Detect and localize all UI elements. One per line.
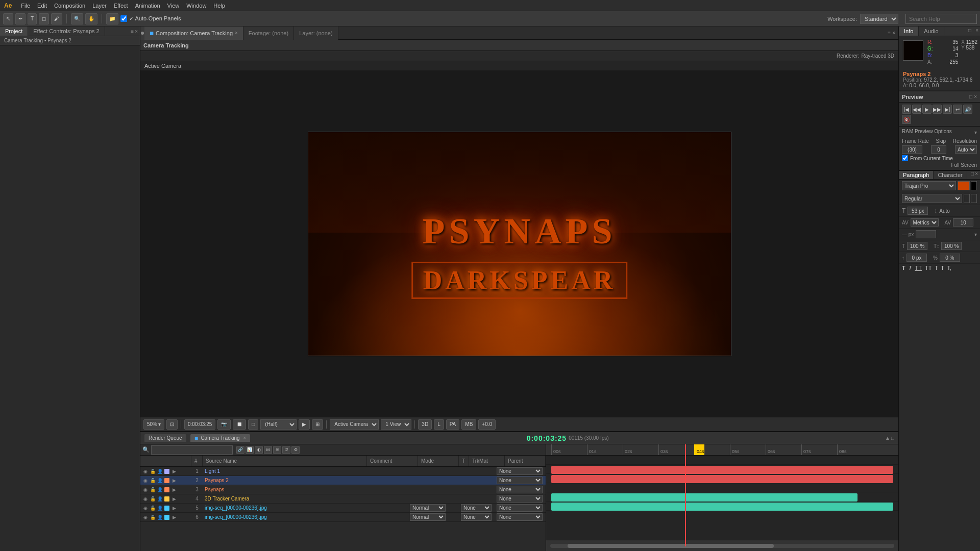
zoom-tool[interactable]: 🔍 bbox=[71, 13, 83, 24]
panel-menu-icon[interactable]: ≡ bbox=[131, 29, 134, 34]
layer-1-expand[interactable]: ▶ bbox=[171, 468, 177, 474]
layer-2-parent-select[interactable]: None bbox=[497, 477, 543, 484]
tab-project[interactable]: Project bbox=[0, 27, 28, 36]
auto-open-checkbox[interactable] bbox=[120, 15, 127, 22]
preview-frame-rate-input[interactable] bbox=[902, 145, 922, 154]
btn-loop[interactable]: ↩ bbox=[953, 105, 962, 114]
all-caps-btn[interactable]: T, bbox=[947, 265, 952, 271]
font-name-select[interactable]: Trajan Pro bbox=[902, 181, 956, 190]
btn-last-frame[interactable]: ▶| bbox=[943, 105, 952, 114]
camera-icon-btn[interactable]: 📷 bbox=[217, 419, 231, 430]
layer-1-parent-select[interactable]: None bbox=[497, 467, 543, 475]
layer-4-lock[interactable]: 🔓 bbox=[150, 496, 156, 502]
magnification-btn[interactable]: 50% ▾ bbox=[143, 419, 164, 430]
pct-input[interactable] bbox=[940, 254, 960, 262]
font-color-swatch[interactable] bbox=[958, 181, 970, 190]
offset-input[interactable] bbox=[906, 254, 927, 262]
tl-minimize-icon[interactable]: ▲ bbox=[885, 435, 890, 441]
preview-skip-input[interactable] bbox=[931, 145, 946, 154]
layer-6-expand[interactable]: ▶ bbox=[171, 514, 177, 520]
btn-stagger[interactable]: ≋ bbox=[273, 446, 281, 454]
menu-item-composition[interactable]: Composition bbox=[54, 3, 85, 9]
preview-from-current-check[interactable] bbox=[902, 155, 908, 161]
layer-4-parent-select[interactable]: None bbox=[497, 495, 543, 503]
layer-row-2[interactable]: ◉ 🔓 👤 ▶ 2 Psynaps 2 bbox=[140, 476, 546, 485]
tab-close-icon[interactable]: × bbox=[243, 435, 246, 441]
btn-graph[interactable]: 📊 bbox=[246, 446, 254, 454]
btn-motion[interactable]: M bbox=[264, 446, 272, 454]
info-panel-expand[interactable]: □ bbox=[966, 27, 973, 36]
layer-5-trk-select[interactable]: None bbox=[461, 504, 492, 512]
btn-link[interactable]: 🔗 bbox=[236, 446, 244, 454]
layer-3-solo[interactable]: ◉ bbox=[142, 487, 149, 493]
tab-audio[interactable]: Audio bbox=[919, 27, 944, 36]
kern-select[interactable]: Metrics bbox=[911, 218, 939, 227]
layer-6-mode-select[interactable]: Normal bbox=[410, 513, 446, 521]
layer-5-lock[interactable]: 🔓 bbox=[150, 505, 156, 511]
motion-blur-btn[interactable]: MB bbox=[461, 419, 476, 430]
tab-footage[interactable]: Footage: (none) bbox=[243, 27, 294, 40]
layer-2-lock[interactable]: 🔓 bbox=[150, 478, 156, 484]
layer-3-lock[interactable]: 🔓 bbox=[150, 487, 156, 493]
brush-tool[interactable]: 🖌 bbox=[51, 13, 62, 24]
tab-render-queue[interactable]: Render Queue bbox=[144, 434, 186, 442]
tab-camera-tracking[interactable]: ◼ Camera Tracking × bbox=[190, 434, 251, 442]
btn-play[interactable]: ▶ bbox=[922, 105, 932, 114]
bold-btn[interactable]: T bbox=[902, 265, 905, 271]
bar-imgseq1[interactable] bbox=[551, 493, 857, 502]
selection-tool[interactable]: ↖ bbox=[3, 13, 13, 24]
layer-3-parent-select[interactable]: None bbox=[497, 486, 543, 493]
viewport[interactable]: PSYNAPS DARKSPEAR bbox=[140, 70, 898, 417]
btn-time[interactable]: ⏱ bbox=[282, 446, 290, 454]
stroke-color-swatch[interactable] bbox=[971, 181, 977, 190]
offset-btn[interactable]: +0.0 bbox=[478, 419, 496, 430]
layers-btn[interactable]: L bbox=[434, 419, 444, 430]
pen-tool[interactable]: ✒ bbox=[15, 13, 26, 24]
quality-dropdown[interactable]: (Half)(Full)(Third)(Quarter) bbox=[260, 419, 297, 430]
preview-resolution-select[interactable]: AutoFullHalf bbox=[955, 145, 977, 154]
bar-psynaps[interactable] bbox=[551, 475, 893, 483]
btn-first-frame[interactable]: |◀ bbox=[902, 105, 911, 114]
camera-dropdown[interactable]: Active Camera bbox=[330, 419, 379, 430]
preview-close-icon[interactable]: × bbox=[974, 94, 977, 99]
preview-expand-icon[interactable]: □ bbox=[969, 94, 972, 99]
font-size-input[interactable] bbox=[908, 207, 928, 215]
underline-btn[interactable]: TT bbox=[915, 265, 921, 271]
timeline-scrollbar-thumb[interactable] bbox=[568, 544, 774, 548]
tab-effect-controls[interactable]: Effect Controls: Psynaps 2 bbox=[28, 27, 105, 36]
viewer-close-icon[interactable]: × bbox=[892, 30, 895, 36]
layer-row-3[interactable]: ◉ 🔓 👤 ▶ 3 Psynaps bbox=[140, 485, 546, 494]
superscript-btn[interactable]: T bbox=[935, 265, 938, 271]
3d-mode-btn[interactable]: 3D bbox=[418, 419, 432, 430]
layer-2-solo[interactable]: ◉ bbox=[142, 478, 149, 484]
btn-switch[interactable]: ⚙ bbox=[291, 446, 300, 454]
render-btn[interactable]: ▶ bbox=[299, 419, 310, 430]
layer-3-expand[interactable]: ▶ bbox=[171, 487, 177, 493]
info-panel-close[interactable]: × bbox=[973, 27, 980, 36]
bar-psynaps2[interactable] bbox=[551, 466, 893, 474]
tab-character[interactable]: Character bbox=[934, 171, 967, 179]
layer-1-lock[interactable]: 🔓 bbox=[150, 468, 156, 474]
pixel-aspect-btn[interactable]: PA bbox=[446, 419, 460, 430]
view-dropdown[interactable]: 1 View bbox=[381, 419, 411, 430]
preview-options-dropdown[interactable]: ▾ bbox=[974, 130, 977, 135]
timecode-btn[interactable]: 0:00:03:25 bbox=[184, 419, 215, 430]
layer-4-shy[interactable]: 👤 bbox=[157, 496, 163, 502]
auto-open-panels-toggle[interactable]: ✓ Auto-Open Panels bbox=[120, 15, 181, 22]
btn-next-frame[interactable]: ▶▶ bbox=[933, 105, 942, 114]
type-tool[interactable]: T bbox=[28, 13, 37, 24]
tab-layer[interactable]: Layer: (none) bbox=[294, 27, 338, 40]
layer-5-expand[interactable]: ▶ bbox=[171, 505, 177, 511]
layer-row-4[interactable]: ◉ 🔓 👤 ▶ 4 3D Tracker Camera bbox=[140, 494, 546, 504]
layer-row-1[interactable]: ◉ 🔓 👤 ▶ 1 Light 1 bbox=[140, 467, 546, 476]
layer-5-shy[interactable]: 👤 bbox=[157, 505, 163, 511]
tracking-input[interactable] bbox=[953, 218, 973, 227]
layer-5-mode-select[interactable]: Normal bbox=[410, 504, 446, 512]
tab-paragraph[interactable]: Paragraph bbox=[899, 171, 934, 179]
layer-2-expand[interactable]: ▶ bbox=[171, 478, 177, 484]
layer-row-6[interactable]: ◉ 🔓 👤 ▶ 6 img-seq_[00000-00236].jpg bbox=[140, 513, 546, 522]
layer-4-solo[interactable]: ◉ bbox=[142, 496, 149, 502]
bar-imgseq2[interactable] bbox=[551, 503, 893, 511]
layer-3-shy[interactable]: 👤 bbox=[157, 487, 163, 493]
layer-row-5[interactable]: ◉ 🔓 👤 ▶ 5 img-seq_[00000-00236].jpg bbox=[140, 504, 546, 513]
